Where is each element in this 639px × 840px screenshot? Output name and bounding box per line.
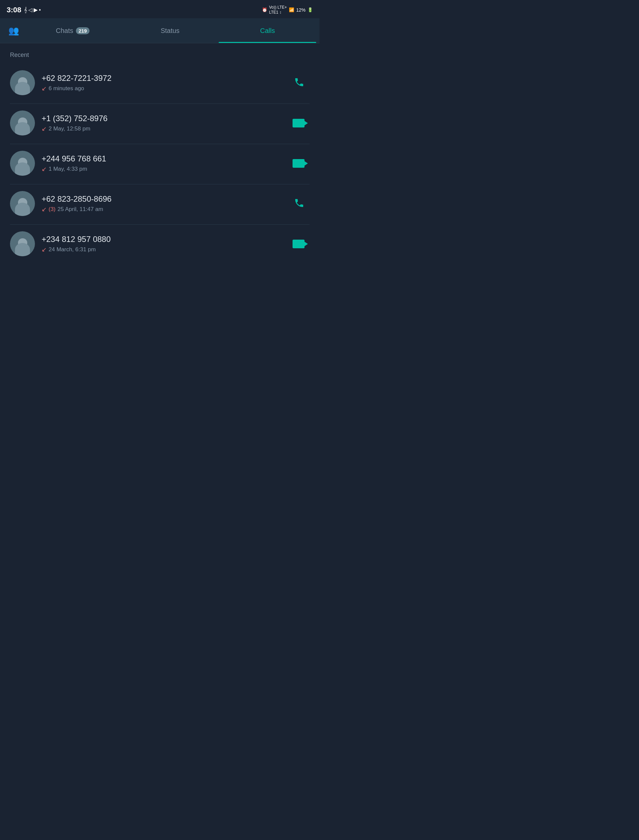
call-timestamp: 6 minutes ago	[49, 85, 84, 92]
avatar	[10, 111, 35, 135]
tab-status[interactable]: Status	[121, 18, 219, 43]
signal-icon: 📶	[289, 7, 294, 12]
avatar-body	[15, 243, 30, 256]
call-number: +244 956 768 661	[41, 154, 281, 164]
call-item[interactable]: +244 956 768 661 ↙ 1 May, 4:33 pm	[5, 144, 315, 183]
video-icon	[292, 240, 305, 248]
battery-icon: 🔋	[307, 7, 313, 12]
call-time: ↙ 2 May, 12:58 pm	[41, 125, 281, 132]
incoming-arrow-icon: ↙	[41, 206, 46, 213]
call-action-button[interactable]	[288, 116, 310, 131]
call-timestamp: 25 April, 11:47 am	[57, 206, 103, 213]
tab-calls[interactable]: Calls	[219, 18, 316, 43]
call-item[interactable]: +62 822-7221-3972 ↙ 6 minutes ago	[5, 64, 315, 102]
call-number: +62 823-2850-8696	[41, 194, 282, 204]
call-info: +62 822-7221-3972 ↙ 6 minutes ago	[35, 73, 289, 92]
avatar-body	[15, 82, 30, 95]
incoming-arrow-icon: ↙	[41, 246, 46, 253]
avatar	[10, 70, 35, 95]
alarm-icon: ⏰	[262, 7, 267, 12]
status-bar-left: 3:08 𝄞 ◁ ▶ •	[7, 6, 41, 14]
battery-label: 12%	[296, 7, 305, 13]
call-number: +234 812 957 0880	[41, 235, 281, 244]
status-label: Status	[161, 27, 180, 35]
call-info: +1 (352) 752-8976 ↙ 2 May, 12:58 pm	[35, 114, 288, 132]
status-time: 3:08	[7, 6, 21, 14]
call-info: +234 812 957 0880 ↙ 24 March, 6:31 pm	[35, 235, 288, 253]
media-icon: 𝄞	[24, 7, 27, 13]
contacts-button[interactable]: 👥	[3, 22, 24, 39]
call-time: ↙ (3) 25 April, 11:47 am	[41, 206, 282, 213]
avatar-body	[15, 203, 30, 216]
status-bar-right: ⏰ Vo)) LTE+ LTE1 ↕ 📶 12% 🔋	[262, 5, 313, 15]
incoming-arrow-icon: ↙	[41, 165, 46, 173]
incoming-arrow-icon: ↙	[41, 85, 46, 92]
chats-badge: 219	[76, 27, 89, 34]
call-item[interactable]: +62 823-2850-8696 ↙ (3) 25 April, 11:47 …	[5, 184, 315, 223]
call-time: ↙ 1 May, 4:33 pm	[41, 165, 281, 173]
call-timestamp: 2 May, 12:58 pm	[49, 125, 90, 132]
people-icon: 👥	[8, 25, 19, 36]
avatar-body	[15, 122, 30, 135]
call-timestamp: 1 May, 4:33 pm	[49, 166, 87, 172]
call-info: +244 956 768 661 ↙ 1 May, 4:33 pm	[35, 154, 288, 173]
call-action-button[interactable]	[289, 73, 310, 92]
navigation-icon: ◁	[28, 7, 32, 13]
chats-label: Chats	[56, 27, 73, 35]
phone-icon	[294, 198, 305, 208]
call-item[interactable]: +1 (352) 752-8976 ↙ 2 May, 12:58 pm	[5, 104, 315, 142]
youtube-icon: ▶	[33, 7, 38, 13]
call-number: +1 (352) 752-8976	[41, 114, 281, 123]
call-item[interactable]: +234 812 957 0880 ↙ 24 March, 6:31 pm	[5, 225, 315, 263]
call-list: +62 822-7221-3972 ↙ 6 minutes ago +1 (35…	[0, 64, 320, 263]
calls-label: Calls	[260, 27, 275, 35]
call-action-button[interactable]	[288, 236, 310, 252]
tab-chats[interactable]: Chats 219	[24, 18, 121, 43]
incoming-arrow-icon: ↙	[41, 125, 46, 132]
call-time: ↙ 24 March, 6:31 pm	[41, 246, 281, 253]
avatar	[10, 151, 35, 176]
call-time: ↙ 6 minutes ago	[41, 85, 282, 92]
status-icons: 𝄞 ◁ ▶ •	[24, 7, 41, 13]
call-info: +62 823-2850-8696 ↙ (3) 25 April, 11:47 …	[35, 194, 289, 213]
avatar-body	[15, 162, 30, 176]
dot-icon: •	[39, 7, 41, 13]
avatar	[10, 191, 35, 216]
call-number: +62 822-7221-3972	[41, 73, 282, 83]
navigation-tabs: 👥 Chats 219 Status Calls	[0, 18, 320, 43]
phone-icon	[294, 77, 305, 87]
network-label: Vo)) LTE+ LTE1 ↕	[269, 5, 287, 15]
video-icon	[292, 119, 305, 127]
recent-section-label: Recent	[0, 43, 320, 64]
call-count: (3)	[49, 206, 56, 213]
call-timestamp: 24 March, 6:31 pm	[49, 246, 96, 253]
video-icon	[292, 159, 305, 168]
avatar	[10, 231, 35, 256]
status-bar: 3:08 𝄞 ◁ ▶ • ⏰ Vo)) LTE+ LTE1 ↕ 📶 12% 🔋	[0, 0, 320, 18]
call-action-button[interactable]	[288, 156, 310, 171]
call-action-button[interactable]	[289, 194, 310, 213]
